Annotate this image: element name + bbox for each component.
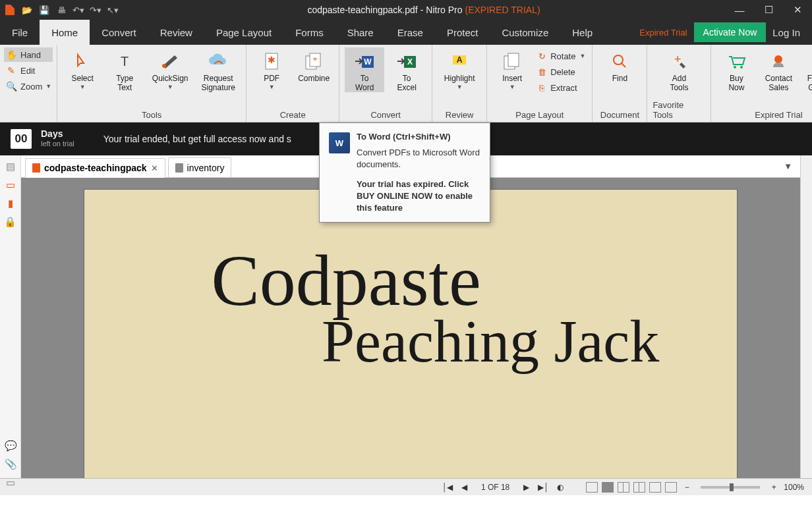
cloud-signature-icon: [207, 50, 229, 72]
headset-icon: [767, 50, 790, 72]
document-viewport[interactable]: Codpaste Peaching Jack: [21, 178, 800, 478]
view-continuous-icon[interactable]: [602, 482, 614, 493]
menu-file[interactable]: File: [0, 20, 40, 45]
view-facing-icon[interactable]: [618, 482, 629, 493]
pdf-create-icon: ✱: [260, 50, 283, 72]
tab-codpaste[interactable]: codpaste-teachingpack ✕: [25, 158, 165, 178]
prev-page-button[interactable]: ◀: [459, 483, 471, 492]
extract-button[interactable]: ⎘Extract: [535, 80, 587, 95]
last-page-button[interactable]: ▶│: [537, 483, 549, 492]
page-navigation: │◀ ◀ 1 OF 18 ▶ ▶│ ◐: [442, 483, 566, 492]
type-text-button[interactable]: TTypeText: [105, 47, 144, 92]
save-icon[interactable]: 💾: [38, 4, 50, 16]
menu-convert[interactable]: Convert: [90, 20, 148, 45]
menu-customize[interactable]: Customize: [490, 20, 560, 45]
ribbon-group-favorite-tools: +AddTools Favorite Tools: [647, 45, 711, 122]
view-facing-cont-icon[interactable]: [633, 482, 645, 493]
zoom-slider[interactable]: [701, 486, 760, 489]
menu-share[interactable]: Share: [335, 20, 386, 45]
comments-icon[interactable]: 💬: [5, 440, 16, 452]
window-controls: — ☐ ✕: [725, 0, 812, 20]
svg-text:+: +: [312, 54, 318, 64]
zoom-level: 100%: [784, 483, 804, 492]
ribbon-group-document: Find Document: [593, 45, 647, 122]
vertical-scrollbar[interactable]: [800, 155, 812, 478]
svg-text:X: X: [407, 57, 413, 67]
redo-icon[interactable]: ↷▾: [90, 4, 102, 16]
menu-review[interactable]: Review: [148, 20, 204, 45]
status-bar: │◀ ◀ 1 OF 18 ▶ ▶│ ◐ − + 100%: [0, 478, 812, 495]
find-icon: [608, 50, 631, 72]
zoom-in-button[interactable]: +: [768, 483, 780, 492]
feature-guides-button[interactable]: FeatureGuides: [801, 47, 812, 92]
pages-panel-icon[interactable]: ▤: [5, 161, 16, 173]
hand-icon: ✋: [5, 49, 17, 60]
combine-button[interactable]: +Combine: [294, 47, 334, 83]
edit-tool[interactable]: ✎Edit: [4, 63, 53, 78]
signatures-icon[interactable]: ▭: [5, 477, 16, 489]
pointer-icon[interactable]: ↖▾: [107, 4, 119, 16]
menu-forms[interactable]: Forms: [283, 20, 335, 45]
menu-page-layout[interactable]: Page Layout: [204, 20, 283, 45]
ribbon-group-page-layout: Insert▼ ↻Rotate▼ 🗑Delete ⎘Extract Page L…: [487, 45, 593, 122]
rotate-button[interactable]: ↻Rotate▼: [535, 49, 587, 63]
rotate-icon: ↻: [536, 51, 548, 61]
view-thumbnails-icon[interactable]: [665, 482, 677, 493]
login-link[interactable]: Log In: [772, 27, 800, 38]
zoom-out-button[interactable]: −: [681, 483, 693, 492]
title-bar: 📂 💾 🖶 ↶▾ ↷▾ ↖▾ codpaste-teachingpack.pdf…: [0, 0, 812, 20]
trial-days-counter: 00: [11, 129, 32, 149]
menu-home[interactable]: Home: [40, 20, 90, 45]
add-tools-button[interactable]: +AddTools: [652, 47, 705, 92]
expired-trial-link[interactable]: Expired Trial: [639, 28, 687, 38]
tab-inventory[interactable]: inventory: [168, 157, 232, 177]
request-signature-button[interactable]: RequestSignature: [196, 47, 241, 92]
print-icon[interactable]: 🖶: [55, 4, 67, 16]
buy-now-button[interactable]: BuyNow: [716, 47, 756, 92]
close-tab-icon[interactable]: ✕: [151, 163, 158, 173]
view-fullscreen-icon[interactable]: [649, 482, 661, 493]
quicksign-button[interactable]: QuickSign▼: [147, 47, 193, 90]
pdf-tab-icon: [32, 163, 40, 173]
zoom-tool[interactable]: 🔍Zoom▼: [4, 79, 53, 94]
pdf-tab-icon: [175, 163, 183, 173]
attachments-icon[interactable]: 📎: [5, 458, 16, 470]
security-panel-icon[interactable]: 🔒: [5, 216, 16, 228]
first-page-button[interactable]: │◀: [442, 483, 453, 492]
to-word-button[interactable]: WToWord: [345, 47, 384, 92]
bookmarks-panel-icon[interactable]: ▭: [5, 179, 16, 191]
layers-panel-icon[interactable]: ▮: [5, 198, 16, 209]
insert-button[interactable]: Insert▼: [492, 47, 532, 90]
menu-erase[interactable]: Erase: [386, 20, 435, 45]
quick-access-toolbar: 📂 💾 🖶 ↶▾ ↷▾ ↖▾: [0, 4, 123, 16]
menu-help[interactable]: Help: [560, 20, 604, 45]
menu-protect[interactable]: Protect: [435, 20, 490, 45]
select-icon: [71, 50, 94, 72]
find-button[interactable]: Find: [598, 47, 641, 83]
minimize-button[interactable]: —: [725, 0, 754, 20]
next-page-button[interactable]: ▶: [520, 483, 532, 492]
close-button[interactable]: ✕: [783, 0, 812, 20]
to-excel-button[interactable]: XToExcel: [387, 47, 426, 92]
svg-point-19: [774, 55, 782, 63]
contact-sales-button[interactable]: ContactSales: [759, 47, 798, 92]
view-controls: − + 100%: [586, 482, 812, 493]
pdf-button[interactable]: ✱PDF▼: [252, 47, 291, 90]
menu-bar: File Home Convert Review Page Layout For…: [0, 20, 812, 45]
edit-icon: ✎: [5, 65, 17, 76]
open-icon[interactable]: 📂: [21, 4, 33, 16]
highlight-button[interactable]: AHighlight▼: [438, 47, 481, 90]
nav-extra-button[interactable]: ◐: [554, 483, 566, 492]
svg-text:✱: ✱: [268, 55, 276, 65]
select-button[interactable]: Select▼: [63, 47, 102, 90]
activate-now-button[interactable]: Activate Now: [694, 22, 767, 42]
tooltip-expired: Your trial has expired. Click BUY ONLINE…: [357, 178, 480, 214]
svg-text:W: W: [364, 57, 372, 67]
hand-tool[interactable]: ✋Hand: [4, 47, 53, 62]
view-single-icon[interactable]: [586, 482, 598, 493]
highlight-icon: A: [448, 50, 471, 72]
delete-button[interactable]: 🗑Delete: [535, 65, 587, 79]
undo-icon[interactable]: ↶▾: [72, 4, 84, 16]
maximize-button[interactable]: ☐: [754, 0, 783, 20]
tab-dropdown-icon[interactable]: ▼: [784, 161, 792, 171]
